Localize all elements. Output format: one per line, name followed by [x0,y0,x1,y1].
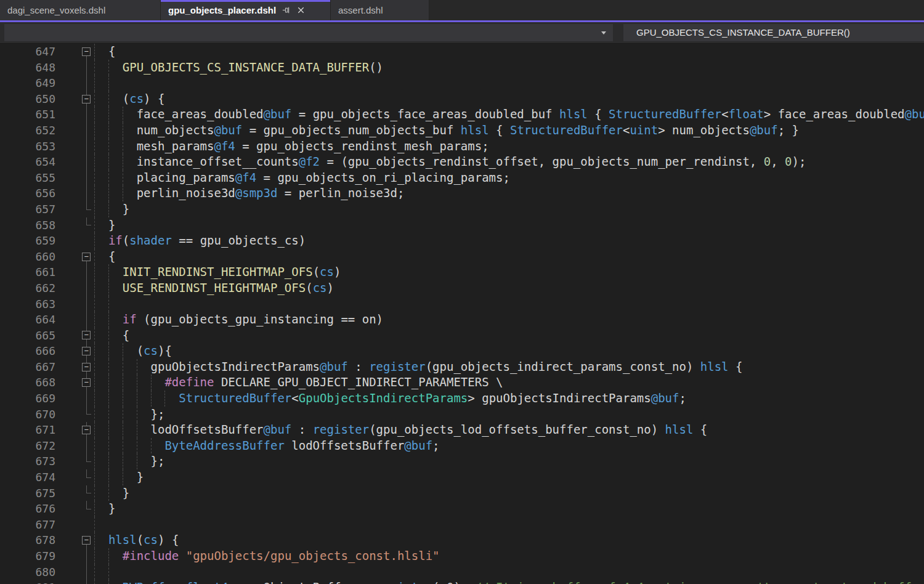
code-line[interactable]: 661 INIT_RENDINST_HEIGHTMAP_OFS(cs) [0,264,924,280]
code-text [91,296,924,312]
code-line[interactable]: 655 placing_params@f4 = gpu_objects_on_r… [0,170,924,186]
line-number[interactable]: 648 [0,60,81,76]
line-number[interactable]: 652 [0,123,81,139]
indent-guide [94,44,95,60]
line-number[interactable]: 674 [0,469,81,485]
code-line[interactable]: 662 USE_RENDINST_HEIGHTMAP_OFS(cs) [0,280,924,296]
code-line[interactable]: 681 RWBuffer<float4> gpuObjectsBuffer : … [0,580,924,584]
code-line[interactable]: 665− { [0,328,924,344]
code-line[interactable]: 678− hlsl(cs) { [0,532,924,548]
fold-margin [81,280,91,296]
code-line[interactable]: 657 } [0,201,924,217]
line-number[interactable]: 654 [0,154,81,170]
line-number[interactable]: 649 [0,75,81,91]
code-line[interactable]: 663 [0,296,924,312]
fold-collapse-button[interactable]: − [82,378,91,387]
code-line[interactable]: 675 } [0,485,924,501]
line-number[interactable]: 668 [0,375,81,391]
line-number[interactable]: 666 [0,343,81,359]
line-number[interactable]: 656 [0,185,81,201]
tab-gpu-objects-placer[interactable]: gpu_objects_placer.dshl [161,0,331,20]
tab-dagi-scene-voxels[interactable]: dagi_scene_voxels.dshl [0,0,161,20]
code-line[interactable]: 658 } [0,217,924,233]
line-number[interactable]: 650 [0,91,81,107]
code-line[interactable]: 668− #define DECLARE_GPU_OBJECT_INDIRECT… [0,375,924,391]
code-line[interactable]: 647− { [0,44,924,60]
indent-guide [94,422,95,438]
code-line[interactable]: 671− lodOffsetsBuffer@buf : register(gpu… [0,422,924,438]
line-number[interactable]: 670 [0,407,81,423]
code-token: : [291,423,312,436]
indent-guide [108,564,109,580]
line-number[interactable]: 681 [0,580,81,584]
code-line[interactable]: 667− gpuObjectsIndirectParams@buf : regi… [0,359,924,375]
code-line[interactable]: 674 } [0,469,924,485]
line-number[interactable]: 665 [0,328,81,344]
line-number[interactable]: 663 [0,296,81,312]
code-line[interactable]: 670 }; [0,407,924,423]
fold-collapse-button[interactable]: − [82,253,91,261]
pin-icon[interactable] [282,6,291,15]
fold-collapse-button[interactable]: − [82,426,91,434]
indent-guide [108,438,109,454]
code-line[interactable]: 660− { [0,249,924,265]
code-line[interactable]: 656 perlin_noise3d@smp3d = perlin_noise3… [0,185,924,201]
code-line[interactable]: 659 if(shader == gpu_objects_cs) [0,233,924,249]
fold-collapse-button[interactable]: − [82,331,91,339]
code-line[interactable]: 676 } [0,501,924,517]
code-line[interactable]: 651 face_areas_doubled@buf = gpu_objects… [0,107,924,123]
member-dropdown[interactable]: GPU_OBJECTS_CS_INSTANCE_DATA_BUFFER() [623,24,924,41]
code-line[interactable]: 679 #include "gpuObjects/gpu_objects_con… [0,548,924,564]
line-number[interactable]: 673 [0,453,81,469]
code-line[interactable]: 664 if (gpu_objects_gpu_instancing == on… [0,312,924,328]
line-number[interactable]: 678 [0,532,81,548]
fold-collapse-button[interactable]: − [82,347,91,355]
line-number[interactable]: 651 [0,107,81,123]
line-number[interactable]: 657 [0,201,81,217]
code-line[interactable]: 648 GPU_OBJECTS_CS_INSTANCE_DATA_BUFFER(… [0,60,924,76]
close-icon[interactable] [296,6,306,15]
indent-guide [137,407,137,423]
code-token: mesh_params [94,139,214,153]
code-line[interactable]: 666− (cs){ [0,343,924,359]
code-line[interactable]: 680 [0,564,924,580]
code-line[interactable]: 654 instance_offset__counts@f2 = (gpu_ob… [0,154,924,170]
indent-guide [108,154,109,170]
code-line[interactable]: 672 ByteAddressBuffer lodOffsetsBuffer@b… [0,438,924,454]
line-number[interactable]: 679 [0,548,81,564]
line-number[interactable]: 675 [0,485,81,501]
context-dropdown[interactable] [4,24,613,41]
fold-scope-line [86,312,87,328]
line-number[interactable]: 660 [0,249,81,265]
line-number[interactable]: 676 [0,501,81,517]
line-number[interactable]: 664 [0,312,81,328]
fold-collapse-button[interactable]: − [82,95,91,103]
fold-collapse-button[interactable]: − [82,47,91,56]
fold-collapse-button[interactable]: − [82,363,91,371]
tab-assert[interactable]: assert.dshl [331,0,429,20]
code-line[interactable]: 669 StructuredBuffer<GpuObjectsIndirectP… [0,391,924,407]
fold-collapse-button[interactable]: − [82,536,91,545]
line-number[interactable]: 680 [0,564,81,580]
line-number[interactable]: 662 [0,280,81,296]
line-number[interactable]: 661 [0,264,81,280]
code-line[interactable]: 652 num_objects@buf = gpu_objects_num_ob… [0,123,924,139]
code-line[interactable]: 653 mesh_params@f4 = gpu_objects_rendins… [0,139,924,155]
fold-scope-line [86,123,87,139]
code-line[interactable]: 677 [0,517,924,533]
code-token: { [94,249,115,263]
line-number[interactable]: 647 [0,44,81,60]
line-number[interactable]: 667 [0,359,81,375]
line-number[interactable]: 655 [0,170,81,186]
code-line[interactable]: 650− (cs) { [0,91,924,107]
code-line[interactable]: 673 }; [0,453,924,469]
line-number[interactable]: 653 [0,139,81,155]
line-number[interactable]: 672 [0,438,81,454]
line-number[interactable]: 659 [0,233,81,249]
indent-guide [94,580,95,584]
line-number[interactable]: 669 [0,391,81,407]
line-number[interactable]: 671 [0,422,81,438]
line-number[interactable]: 658 [0,217,81,233]
line-number[interactable]: 677 [0,517,81,533]
code-line[interactable]: 649 [0,75,924,91]
